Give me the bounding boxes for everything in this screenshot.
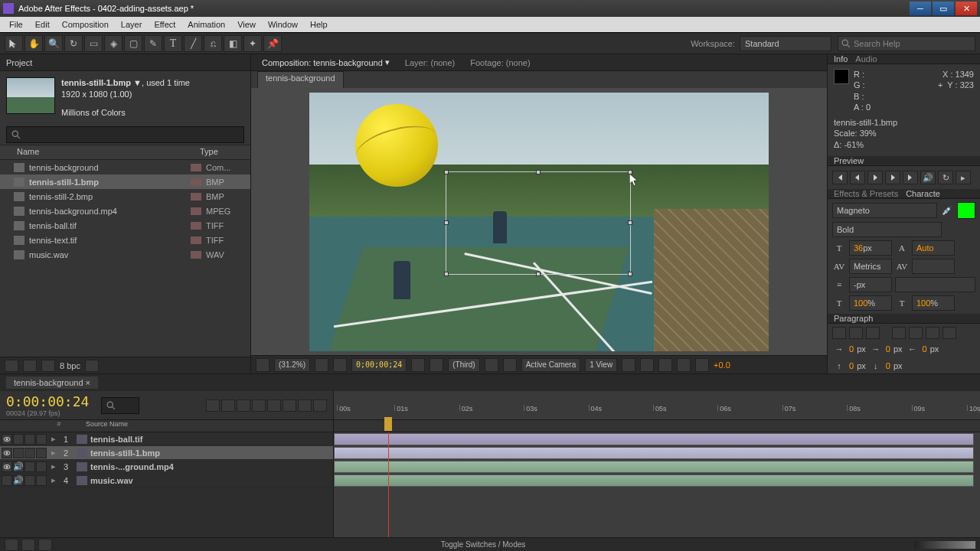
leading-input[interactable]: Auto <box>912 240 955 256</box>
column-name[interactable]: Name <box>14 145 178 159</box>
exposure-value[interactable]: +0.0 <box>714 360 730 370</box>
character-tab[interactable]: Characte <box>906 189 940 198</box>
pan-behind-tool[interactable]: ◈ <box>104 35 122 52</box>
vscale-input[interactable]: 100 % <box>849 295 892 311</box>
effects-presets-tab[interactable]: Effects & Presets <box>834 189 898 198</box>
project-item[interactable]: tennis-text.tifTIFF <box>0 233 250 247</box>
layer-row[interactable]: ▸1tennis-ball.tif <box>0 432 333 446</box>
eye-icon[interactable] <box>2 461 12 472</box>
current-timecode[interactable]: 0:00:00:24 <box>0 393 95 409</box>
comp-sub-tab[interactable]: tennis-background <box>257 71 344 88</box>
menu-file[interactable]: File <box>3 18 29 31</box>
toggle-switches-button[interactable]: Toggle Switches / Modes <box>55 540 911 549</box>
track-area[interactable] <box>334 432 980 537</box>
footage-tab[interactable]: Footage: (none) <box>462 54 537 70</box>
project-tab[interactable]: Project <box>0 54 250 71</box>
kerning-dropdown[interactable]: Metrics <box>849 259 892 274</box>
layer-bar[interactable] <box>334 461 974 473</box>
hand-tool[interactable]: ✋ <box>24 35 43 52</box>
timeline-search[interactable] <box>101 397 139 414</box>
view-count-dropdown[interactable]: 1 View <box>585 358 617 372</box>
time-ruler[interactable]: 00s 01s 02s 03s 04s 05s 06s 07s 08s 09s … <box>334 391 980 419</box>
composition-viewer[interactable] <box>251 88 827 355</box>
layer-row[interactable]: 🔊 ▸3tennis-...ground.mp4 <box>0 460 333 474</box>
play-button[interactable] <box>867 171 883 184</box>
loop-icon[interactable]: ↻ <box>938 171 953 184</box>
draft3d-icon[interactable] <box>221 399 235 412</box>
column-type[interactable]: Type <box>194 145 224 159</box>
new-folder-icon[interactable] <box>23 360 37 372</box>
project-item[interactable]: music.wavWAV <box>0 247 250 262</box>
project-item[interactable]: tennis-ball.tifTIFF <box>0 218 250 233</box>
layer-bar[interactable] <box>334 447 974 459</box>
snapshot-icon[interactable] <box>411 358 425 372</box>
pixel-aspect-icon[interactable] <box>622 358 635 372</box>
align-right-icon[interactable] <box>866 327 880 339</box>
prev-frame-button[interactable] <box>850 171 865 184</box>
source-name-column[interactable]: Source Name <box>69 420 333 432</box>
quality-dropdown[interactable]: (Third) <box>448 358 479 372</box>
project-item[interactable]: tennis-background.mp4MPEG <box>0 204 250 218</box>
menu-layer[interactable]: Layer <box>115 18 149 31</box>
tl-footer-icon[interactable] <box>38 539 52 551</box>
bpc-label[interactable]: 8 bpc <box>60 361 80 370</box>
zoom-tool[interactable]: 🔍 <box>44 35 63 52</box>
menu-composition[interactable]: Composition <box>56 18 115 31</box>
menu-effect[interactable]: Effect <box>148 18 181 31</box>
timeline-tab[interactable]: tennis-background × <box>6 377 98 389</box>
selection-tool[interactable] <box>5 35 23 52</box>
composition-tab[interactable]: Composition: tennis-background ▾ <box>254 54 397 70</box>
project-search-input[interactable] <box>6 126 244 143</box>
autokeyframe-icon[interactable] <box>298 399 312 412</box>
camera-tool[interactable]: ▭ <box>84 35 103 52</box>
close-button[interactable]: ✕ <box>956 2 977 15</box>
paragraph-tab[interactable]: Paragraph <box>834 314 873 323</box>
preview-tab[interactable]: Preview <box>834 156 864 165</box>
font-family-dropdown[interactable]: Magneto <box>832 203 937 218</box>
ram-preview-button[interactable]: ▸ <box>956 171 971 184</box>
timeline-icon[interactable] <box>658 358 672 372</box>
viewer-timecode[interactable]: 0;00;00;24 <box>351 358 407 372</box>
zoom-dropdown[interactable]: (31.2%) <box>274 358 310 372</box>
project-item[interactable]: tennis-still-1.bmpBMP <box>0 174 250 189</box>
eye-icon[interactable] <box>2 448 12 458</box>
graph-editor-icon[interactable] <box>313 399 327 412</box>
project-item[interactable]: tennis-backgroundCom... <box>0 160 250 174</box>
justify-center-icon[interactable] <box>909 327 923 339</box>
font-style-dropdown[interactable]: Bold <box>832 222 942 237</box>
layer-bar[interactable] <box>334 474 974 487</box>
new-comp-icon[interactable] <box>41 360 55 372</box>
eraser-tool[interactable]: ◧ <box>224 35 242 52</box>
speaker-icon[interactable]: 🔊 <box>13 461 24 472</box>
playhead[interactable] <box>388 432 389 537</box>
exposure-reset-icon[interactable] <box>695 358 709 372</box>
channels-icon[interactable] <box>430 358 443 372</box>
justify-left-icon[interactable] <box>892 327 906 339</box>
frameblend-icon[interactable] <box>252 399 266 412</box>
type-tool[interactable]: T <box>164 35 182 52</box>
zoom-slider[interactable] <box>914 541 975 549</box>
clone-tool[interactable]: ⎌ <box>204 35 222 52</box>
roto-tool[interactable]: ✦ <box>243 35 262 52</box>
brainstorm-icon[interactable] <box>283 399 296 412</box>
always-preview-icon[interactable] <box>256 358 270 372</box>
minimize-button[interactable]: ─ <box>910 2 931 15</box>
layer-selection-box[interactable] <box>446 171 631 275</box>
font-size-input[interactable]: 36 px <box>849 240 892 256</box>
menu-window[interactable]: Window <box>262 18 304 31</box>
search-help-input[interactable]: Search Help <box>838 36 975 51</box>
tracking-input[interactable] <box>912 259 955 274</box>
eyedropper-icon[interactable]: 💉 <box>940 204 954 217</box>
tl-footer-icon[interactable] <box>5 539 18 551</box>
info-tab[interactable]: Info <box>834 54 848 64</box>
comp-mini-flowchart-icon[interactable] <box>206 399 220 412</box>
layer-bar[interactable] <box>334 433 974 445</box>
grid-icon[interactable] <box>333 358 347 372</box>
delete-icon[interactable] <box>85 360 99 372</box>
maximize-button[interactable]: ▭ <box>933 2 954 15</box>
justify-right-icon[interactable] <box>926 327 939 339</box>
project-item[interactable]: tennis-still-2.bmpBMP <box>0 189 250 204</box>
menu-help[interactable]: Help <box>304 18 334 31</box>
puppet-tool[interactable]: 📌 <box>263 35 282 52</box>
rectangle-tool[interactable]: ▢ <box>124 35 142 52</box>
